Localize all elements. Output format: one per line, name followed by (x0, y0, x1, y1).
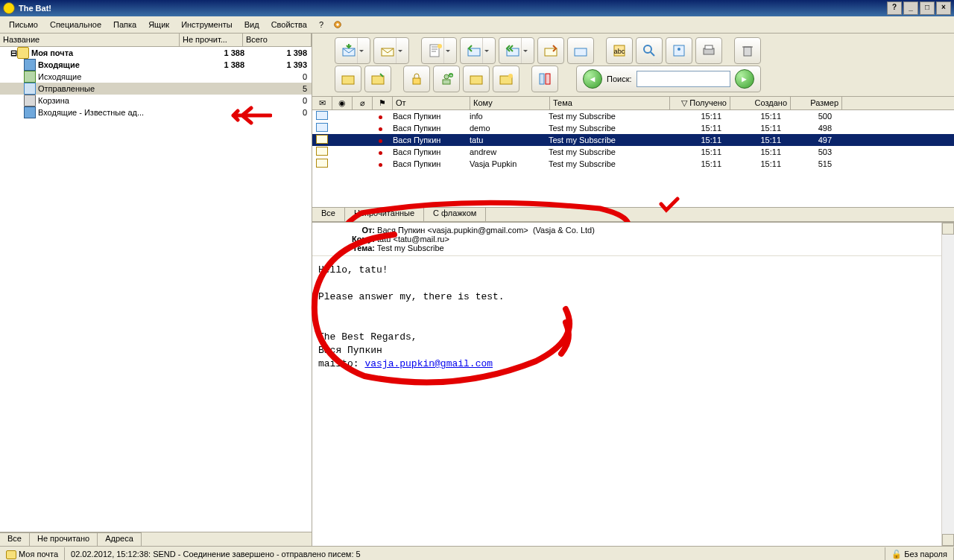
tb-folder-lock[interactable] (463, 66, 490, 92)
trash-icon (24, 95, 36, 106)
hdr-subj-value: Test my Subscribe (377, 244, 444, 252)
menu-mailbox[interactable]: Ящик (142, 19, 175, 31)
nav-go[interactable]: ► (735, 69, 754, 89)
col-name[interactable]: Название (0, 34, 180, 46)
tb-print[interactable] (695, 37, 722, 64)
help-button[interactable]: ? (887, 1, 902, 15)
mailto-link[interactable]: vasja.pupkin@gmail.com (364, 358, 493, 369)
message-row[interactable]: Вася ПупкинtatuTest my Subscribe15:1115:… (312, 134, 954, 146)
col-attach-icon[interactable]: ⌀ (353, 97, 373, 109)
col-created[interactable]: Создано (730, 97, 791, 109)
tb-reply[interactable] (460, 37, 496, 64)
menu-folder[interactable]: Папка (107, 19, 142, 31)
svg-text:abc: abc (614, 48, 625, 55)
col-to[interactable]: Кому (470, 97, 550, 109)
priority-dot-icon (379, 127, 382, 131)
hdr-to-label: Кому: (342, 235, 375, 244)
left-tabs: Все Не прочитано Адреса (0, 532, 312, 546)
tb-redirect[interactable] (567, 37, 594, 64)
tb-delete[interactable] (734, 37, 761, 64)
filter-all[interactable]: Все (312, 208, 345, 221)
folder-trash[interactable]: Корзина 0 (0, 95, 312, 106)
tb-spellcheck[interactable]: abc (606, 37, 633, 64)
left-tab-addresses[interactable]: Адреса (98, 532, 142, 546)
menu-help[interactable]: ? (313, 19, 329, 31)
folder-sent[interactable]: Отправленные 5 (0, 83, 312, 95)
col-unread[interactable]: Не прочит... (180, 34, 243, 46)
svg-point-12 (644, 45, 651, 53)
message-row[interactable]: Вася ПупкинinfoTest my Subscribe15:1115:… (312, 110, 954, 122)
message-row[interactable]: Вася ПупкинVasja PupkinTest my Subscribe… (312, 158, 954, 170)
menu-view[interactable]: Вид (238, 19, 265, 31)
envelope-icon (316, 111, 328, 120)
message-row[interactable]: Вася ПупкинdemoTest my Subscribe15:1115:… (312, 122, 954, 134)
col-received[interactable]: ▽ Получено (670, 97, 730, 109)
tb-addressbook[interactable] (666, 37, 692, 64)
tb-sort[interactable] (531, 66, 558, 92)
svg-rect-19 (372, 76, 384, 84)
svg-point-5 (437, 44, 442, 48)
tb-user[interactable]: + (433, 66, 460, 92)
tb-forward[interactable] (537, 37, 564, 64)
col-from[interactable]: От (393, 97, 470, 109)
svg-rect-16 (705, 45, 713, 49)
left-tab-all[interactable]: Все (0, 532, 30, 546)
menu-bar: Письмо Специальное Папка Ящик Инструмент… (0, 16, 954, 34)
tb-lock[interactable] (403, 66, 430, 92)
inbox-icon (24, 59, 36, 71)
sent-icon (24, 83, 36, 95)
nav-back[interactable]: ◄ (583, 69, 602, 89)
message-list: ✉ ◉ ⌀ ⚑ От Кому Тема ▽ Получено Создано … (312, 97, 954, 222)
filter-flagged[interactable]: С флажком (424, 208, 486, 221)
menu-properties[interactable]: Свойства (265, 19, 313, 31)
maximize-button[interactable]: □ (920, 1, 935, 15)
gear-icon[interactable] (332, 19, 343, 30)
tb-send[interactable] (373, 37, 409, 64)
preview-scrollbar[interactable] (941, 223, 954, 546)
priority-dot-icon (379, 151, 382, 155)
scroll-down[interactable] (942, 534, 954, 546)
svg-rect-28 (540, 74, 544, 84)
filter-unread[interactable]: Непрочитанные (345, 208, 424, 221)
svg-rect-9 (575, 48, 587, 56)
app-icon (3, 2, 15, 14)
menu-message[interactable]: Письмо (3, 19, 44, 31)
tb-find[interactable] (636, 37, 663, 64)
filter-tabs: Все Непрочитанные С флажком (312, 207, 954, 221)
message-row[interactable]: Вася ПупкинandrewTest my Subscribe15:111… (312, 146, 954, 158)
status-lock: 🔓 Без пароля (885, 547, 954, 560)
status-log: 02.02.2012, 15:12:38: SEND - Соединение … (65, 547, 885, 560)
tree-root[interactable]: ⊟ Моя почта 1 388 1 398 (0, 47, 312, 59)
preview-header: От: Вася Пупкин <vasja.pupkin@gmail.com>… (312, 223, 954, 256)
folder-inbox[interactable]: Входящие 1 388 1 393 (0, 59, 312, 71)
menu-special[interactable]: Специальное (44, 19, 107, 31)
hdr-from-label: От: (342, 226, 375, 235)
folder-known[interactable]: Входящие - Известные ад... 0 (0, 106, 312, 118)
left-tab-unread[interactable]: Не прочитано (30, 532, 98, 546)
col-size[interactable]: Размер (791, 97, 842, 109)
svg-point-27 (508, 74, 513, 78)
tb-receive[interactable] (335, 37, 370, 64)
menu-tools[interactable]: Инструменты (175, 19, 238, 31)
tb-folder1[interactable] (335, 66, 361, 92)
folder-outbox[interactable]: Исходящие 0 (0, 71, 312, 83)
tb-folder-new[interactable] (493, 66, 519, 92)
scroll-up[interactable] (942, 223, 954, 235)
svg-text:+: + (449, 72, 453, 79)
body-sig2: Вася Пупкин (318, 344, 948, 357)
tb-reply-all[interactable] (499, 37, 534, 64)
tb-folder2[interactable] (364, 66, 391, 92)
svg-rect-22 (443, 80, 450, 84)
col-flag-icon[interactable]: ⚑ (373, 97, 393, 109)
body-greeting: Hello, tatu! (318, 264, 948, 277)
outbox-icon (24, 71, 36, 83)
col-total[interactable]: Всего (243, 34, 312, 46)
envelope-icon (316, 147, 328, 156)
search-input[interactable] (636, 71, 730, 87)
tb-new-mail[interactable] (421, 37, 457, 64)
minimize-button[interactable]: _ (903, 1, 918, 15)
col-subject[interactable]: Тема (550, 97, 670, 109)
col-envelope-icon[interactable]: ✉ (312, 97, 332, 109)
col-status-icon[interactable]: ◉ (332, 97, 353, 109)
close-button[interactable]: × (936, 1, 951, 15)
